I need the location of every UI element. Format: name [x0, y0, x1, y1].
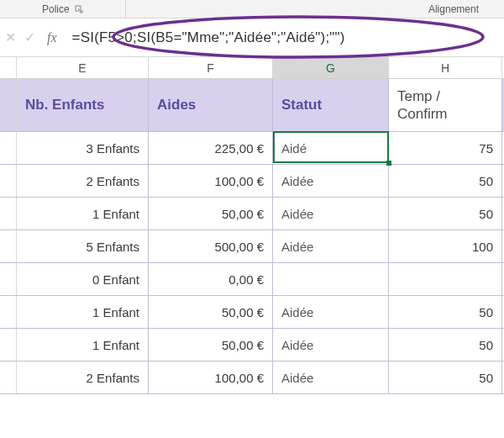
cell-value: 2 Enfants	[87, 174, 139, 188]
cell-value: 50,00 €	[222, 207, 264, 221]
column-header-G[interactable]: G	[273, 57, 389, 78]
cell-nb-enfants[interactable]: 2 Enfants	[17, 165, 149, 197]
header-nb-enfants[interactable]: Nb. Enfants	[17, 79, 149, 131]
cell-nb-enfants[interactable]: 1 Enfant	[17, 329, 149, 361]
ribbon-group-alignment: Alignement	[428, 0, 504, 18]
cell-value: 3 Enfants	[87, 141, 139, 156]
table-header-row: Nb. Enfants Aides Statut Temp / Confirm	[0, 79, 504, 132]
cell-temp-confirm[interactable]: 50	[389, 296, 502, 328]
cell-nb-enfants[interactable]: 1 Enfant	[17, 198, 149, 230]
cell-temp-confirm[interactable]: 50	[389, 329, 502, 361]
cell-statut[interactable]: Aidée	[273, 165, 389, 197]
cell-aides[interactable]: 100,00 €	[149, 361, 273, 393]
column-header-F[interactable]: F	[149, 57, 273, 78]
formula-bar: ✕ ✓ fx =SI(F5>0;SI(B5="Mme";"Aidée";"Aid…	[0, 18, 504, 57]
dialog-launcher-icon[interactable]	[75, 5, 83, 13]
header-temp-confirm[interactable]: Temp / Confirm	[389, 79, 502, 131]
table-row: 0 Enfant 0,00 €	[0, 263, 504, 296]
cell-value: 50,00 €	[222, 305, 264, 319]
table-row: 3 Enfants 225,00 € Aidé 75	[0, 132, 504, 165]
cell-value: Aidée	[281, 207, 313, 221]
row-stub	[0, 361, 17, 393]
cancel-icon[interactable]: ✕	[5, 29, 16, 45]
column-header-row: E F G H	[0, 57, 504, 79]
cell-temp-confirm[interactable]: 50	[389, 361, 502, 393]
cell-temp-confirm[interactable]: 50	[389, 165, 502, 197]
table-row: 5 Enfants 500,00 € Aidée 100	[0, 230, 504, 263]
cell-value: 0,00 €	[228, 272, 264, 287]
cell-nb-enfants[interactable]: 3 Enfants	[17, 132, 149, 164]
cell-value: 50	[479, 338, 493, 352]
cell-value: 1 Enfant	[92, 305, 139, 319]
column-header-H[interactable]: H	[389, 57, 502, 78]
cell-aides[interactable]: 225,00 €	[149, 132, 273, 164]
cell-nb-enfants[interactable]: 2 Enfants	[17, 361, 149, 393]
ribbon-align-label: Alignement	[428, 3, 479, 15]
cell-value: 2 Enfants	[87, 371, 139, 385]
cell-statut[interactable]: Aidé	[273, 132, 389, 164]
cell-aides[interactable]: 50,00 €	[149, 198, 273, 230]
cell-statut[interactable]: Aidée	[273, 230, 389, 262]
col-letter: G	[326, 61, 335, 75]
ribbon-font-label: Police	[42, 3, 70, 15]
col-stub	[0, 57, 17, 78]
row-stub	[0, 230, 17, 262]
cell-statut[interactable]: Aidée	[273, 361, 389, 393]
cell-value: 100	[472, 240, 493, 254]
cell-aides[interactable]: 50,00 €	[149, 296, 273, 328]
cell-temp-confirm[interactable]: 50	[389, 198, 502, 230]
cell-value: 1 Enfant	[92, 338, 139, 352]
cell-statut[interactable]	[273, 263, 389, 295]
cell-value: 50	[479, 305, 493, 319]
cell-value: 500,00 €	[215, 240, 264, 254]
cell-value: 225,00 €	[215, 141, 264, 156]
cell-aides[interactable]: 100,00 €	[149, 165, 273, 197]
cell-value: 50	[479, 207, 493, 221]
cell-value: 75	[479, 141, 493, 156]
cell-nb-enfants[interactable]: 0 Enfant	[17, 263, 149, 295]
header-label: Aides	[157, 97, 196, 113]
fx-icon[interactable]: fx	[47, 30, 57, 45]
cell-value: Aidée	[281, 371, 313, 385]
ribbon-group-font: Police	[0, 0, 126, 18]
row-stub	[0, 329, 17, 361]
col-letter: H	[441, 61, 449, 75]
cell-value: 50	[479, 174, 493, 188]
header-label: Temp / Confirm	[397, 87, 493, 124]
header-statut[interactable]: Statut	[273, 79, 389, 131]
worksheet-grid[interactable]: Nb. Enfants Aides Statut Temp / Confirm …	[0, 79, 504, 394]
cell-statut[interactable]: Aidée	[273, 329, 389, 361]
row-stub	[0, 79, 17, 131]
confirm-icon[interactable]: ✓	[24, 29, 35, 45]
table-row: 1 Enfant 50,00 € Aidée 50	[0, 329, 504, 361]
header-aides[interactable]: Aides	[149, 79, 273, 131]
cell-value: 50,00 €	[222, 338, 264, 352]
cell-nb-enfants[interactable]: 5 Enfants	[17, 230, 149, 262]
cell-temp-confirm[interactable]: 100	[389, 230, 502, 262]
cell-nb-enfants[interactable]: 1 Enfant	[17, 296, 149, 328]
cell-aides[interactable]: 500,00 €	[149, 230, 273, 262]
cell-temp-confirm[interactable]	[389, 263, 502, 295]
row-stub	[0, 132, 17, 164]
cell-value: Aidé	[281, 141, 307, 156]
ribbon-group-labels: Police Alignement	[0, 0, 504, 18]
cell-value: 0 Enfant	[92, 272, 139, 287]
cell-value: 1 Enfant	[92, 207, 139, 221]
cell-value: Aidée	[281, 305, 313, 319]
cell-value: 50	[479, 371, 493, 385]
cell-statut[interactable]: Aidée	[273, 198, 389, 230]
column-header-E[interactable]: E	[17, 57, 149, 78]
formula-bar-buttons: ✕ ✓	[0, 29, 40, 45]
table-row: 2 Enfants 100,00 € Aidée 50	[0, 361, 504, 394]
cell-aides[interactable]: 50,00 €	[149, 329, 273, 361]
table-row: 2 Enfants 100,00 € Aidée 50	[0, 165, 504, 198]
row-stub	[0, 263, 17, 295]
cell-statut[interactable]: Aidée	[273, 296, 389, 328]
cell-aides[interactable]: 0,00 €	[149, 263, 273, 295]
row-stub	[0, 165, 17, 197]
row-stub	[0, 296, 17, 328]
cell-temp-confirm[interactable]: 75	[389, 132, 502, 164]
row-stub	[0, 198, 17, 230]
cell-value: Aidée	[281, 240, 313, 254]
formula-input[interactable]: =SI(F5>0;SI(B5="Mme";"Aidée";"Aidé");"")	[72, 29, 345, 46]
